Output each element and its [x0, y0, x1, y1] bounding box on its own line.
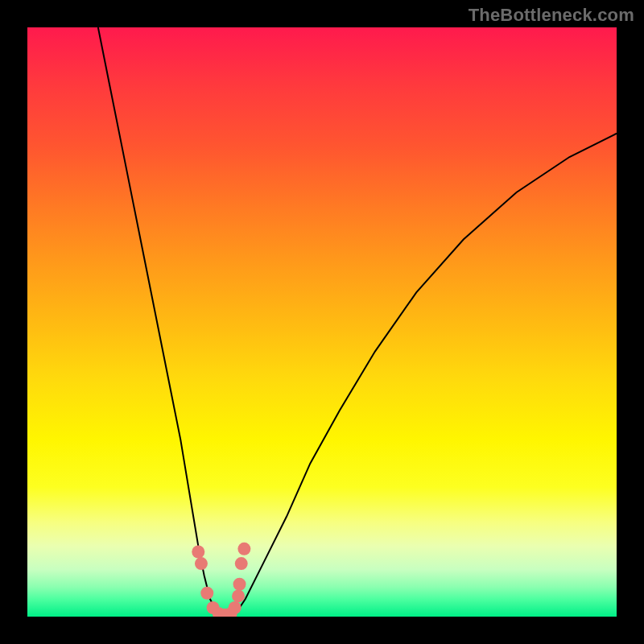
chart-svg: [27, 27, 617, 617]
marker-point: [192, 545, 204, 558]
marker-point: [200, 587, 213, 600]
plot-area: [27, 27, 617, 617]
left-curve: [98, 27, 219, 617]
marker-point: [233, 578, 246, 591]
marker-point: [229, 601, 242, 614]
marker-point: [232, 589, 245, 602]
marker-point: [235, 557, 248, 570]
marker-point: [237, 543, 250, 555]
right-curve: [233, 134, 617, 617]
watermark-text: TheBottleneck.com: [469, 5, 634, 26]
marker-point: [195, 557, 208, 570]
